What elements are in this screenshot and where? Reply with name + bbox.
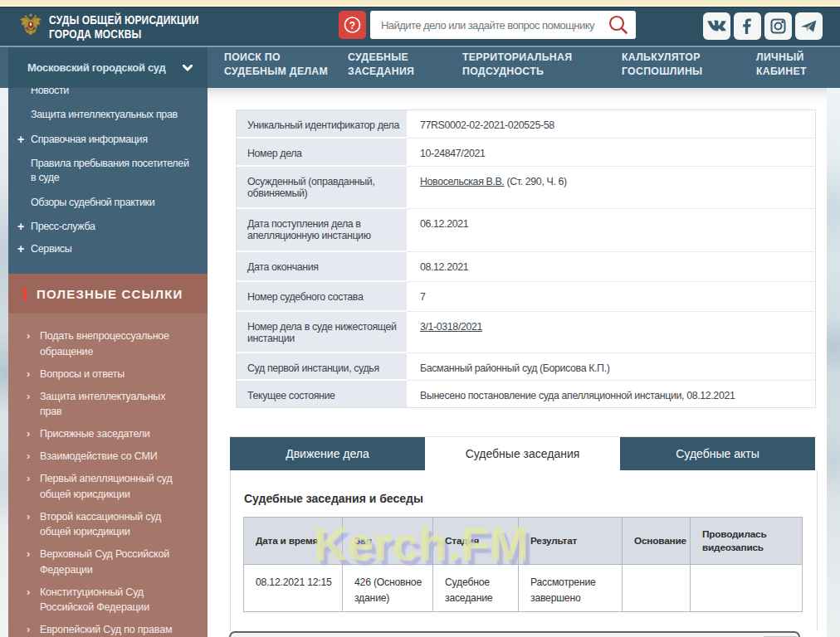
svg-text:?: ? [349,20,355,32]
